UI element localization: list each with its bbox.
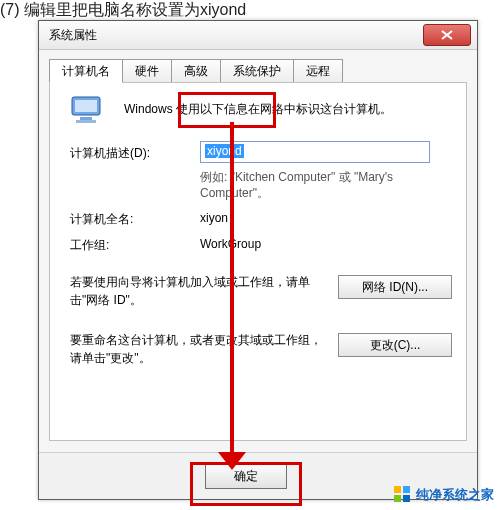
svg-rect-2 (80, 117, 92, 120)
watermark-logo-icon (394, 486, 412, 504)
network-id-button[interactable]: 网络 ID(N)... (338, 275, 452, 299)
titlebar: 系统属性 (39, 21, 477, 50)
tab-computer-name[interactable]: 计算机名 (49, 59, 123, 83)
watermark-title: 纯净系统之家 (416, 486, 494, 504)
change-button[interactable]: 更改(C)... (338, 333, 452, 357)
tab-advanced[interactable]: 高级 (171, 59, 221, 83)
system-properties-window: 系统属性 计算机名 硬件 高级 系统保护 远程 (38, 20, 478, 500)
workgroup-label: 工作组: (70, 237, 109, 254)
workgroup-value: WorkGroup (200, 237, 261, 251)
fullname-value: xiyon (200, 211, 228, 225)
close-icon (441, 30, 453, 40)
tab-strip: 计算机名 硬件 高级 系统保护 远程 (49, 59, 342, 83)
stage: (7) 编辑里把电脑名称设置为xiyond 系统属性 计算机名 硬件 高级 系统… (0, 0, 500, 510)
tab-system-protection[interactable]: 系统保护 (220, 59, 294, 83)
description-input[interactable]: xiyond (200, 141, 430, 163)
watermark: 纯净系统之家 (394, 486, 494, 504)
description-label: 计算机描述(D): (70, 145, 150, 162)
svg-rect-3 (76, 120, 96, 123)
tab-pane: Windows 使用以下信息在网络中标识这台计算机。 计算机描述(D): xiy… (49, 82, 467, 441)
fullname-label: 计算机全名: (70, 211, 133, 228)
computer-icon (70, 95, 106, 127)
change-paragraph: 要重命名这台计算机，或者更改其域或工作组，请单击"更改"。 (70, 331, 330, 367)
watermark-text: 纯净系统之家 (416, 486, 494, 504)
window-title: 系统属性 (49, 27, 97, 44)
svg-rect-1 (75, 100, 97, 112)
ok-button[interactable]: 确定 (205, 463, 287, 489)
description-example: 例如: "Kitchen Computer" 或 "Mary's Compute… (200, 169, 460, 201)
tab-remote[interactable]: 远程 (293, 59, 343, 83)
tab-hardware[interactable]: 硬件 (122, 59, 172, 83)
intro-text: Windows 使用以下信息在网络中标识这台计算机。 (124, 101, 392, 118)
cropped-context-text: (7) 编辑里把电脑名称设置为xiyond (0, 0, 500, 21)
description-value: xiyond (205, 144, 244, 158)
close-button[interactable] (423, 24, 471, 46)
description-label-text: 计算机描述(D): (70, 146, 150, 160)
network-id-paragraph: 若要使用向导将计算机加入域或工作组，请单击"网络 ID"。 (70, 273, 330, 309)
